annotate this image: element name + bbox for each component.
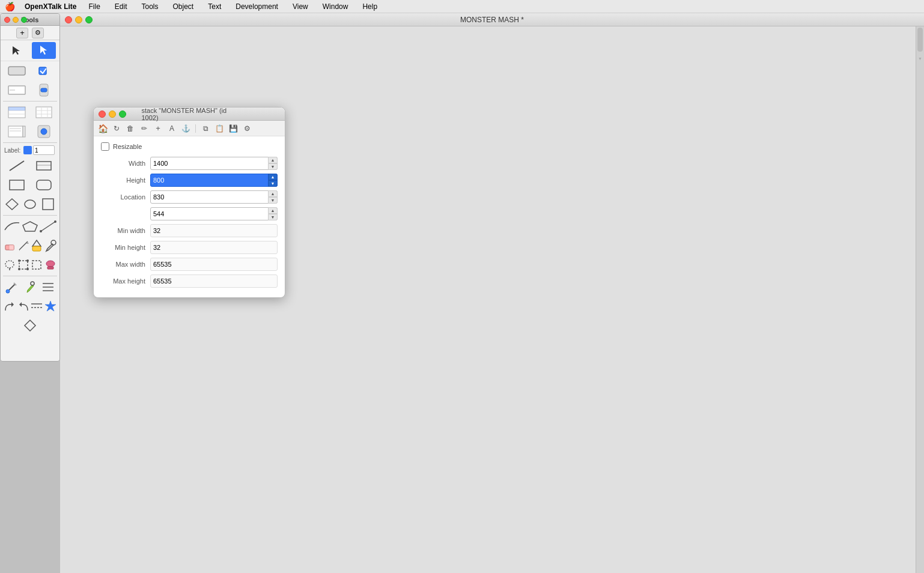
insp-copy-button[interactable]: ⧉ bbox=[199, 123, 212, 135]
minheight-label: Min height bbox=[101, 244, 150, 251]
diamond-bottom-tool[interactable] bbox=[18, 317, 42, 334]
listbox-tool[interactable] bbox=[5, 104, 29, 121]
height-down[interactable]: ▼ bbox=[268, 180, 278, 187]
tools-minimize[interactable] bbox=[13, 17, 19, 23]
location-up[interactable]: ▲ bbox=[268, 190, 278, 197]
rect-tool[interactable] bbox=[5, 177, 29, 193]
inspector-minimize[interactable] bbox=[109, 111, 116, 118]
apple-menu[interactable]: 🍎 bbox=[5, 2, 15, 11]
insp-textformat-button[interactable]: A bbox=[165, 123, 178, 135]
scrolltext-tool[interactable] bbox=[5, 123, 29, 140]
tools-close[interactable] bbox=[4, 17, 10, 23]
location-x-input[interactable] bbox=[150, 190, 278, 204]
tools-header: + ⚙ bbox=[1, 26, 59, 40]
insp-home-button[interactable]: 🏠 bbox=[96, 123, 109, 135]
menu-window[interactable]: Window bbox=[320, 1, 351, 12]
location-y-input[interactable] bbox=[150, 207, 278, 220]
insp-delete-button[interactable]: 🗑 bbox=[124, 123, 137, 135]
paintbrush-tool[interactable] bbox=[3, 279, 21, 296]
minheight-input[interactable] bbox=[150, 241, 278, 254]
transform-tool[interactable] bbox=[17, 256, 31, 273]
button-tool[interactable] bbox=[5, 62, 29, 79]
pencil-tool[interactable] bbox=[17, 237, 31, 254]
maxheight-input[interactable] bbox=[150, 274, 278, 288]
redo-tool[interactable] bbox=[3, 298, 17, 315]
insp-paste-button[interactable]: 📋 bbox=[213, 123, 226, 135]
line2-tool[interactable] bbox=[39, 218, 57, 235]
tools-maximize[interactable] bbox=[21, 17, 27, 23]
menu-text[interactable]: Text bbox=[205, 1, 223, 12]
location-y-up[interactable]: ▲ bbox=[268, 207, 278, 214]
minwidth-input[interactable] bbox=[150, 224, 278, 237]
label-input[interactable] bbox=[33, 145, 55, 155]
height-up[interactable]: ▲ bbox=[268, 174, 278, 180]
roundrect-tool[interactable] bbox=[32, 177, 56, 193]
canvas-title: MONSTER MASH * bbox=[460, 16, 524, 24]
table-tool[interactable] bbox=[32, 104, 56, 121]
eyedrop-tool[interactable] bbox=[44, 237, 58, 254]
location-y-stepper: ▲ ▼ bbox=[268, 207, 278, 220]
maxwidth-input[interactable] bbox=[150, 258, 278, 271]
multiline-tool[interactable] bbox=[32, 157, 56, 174]
scrollbar2-tool[interactable] bbox=[32, 123, 56, 140]
checkbox-tool[interactable] bbox=[32, 62, 56, 79]
width-up[interactable]: ▲ bbox=[268, 157, 278, 163]
scroll-text-area: ▼ bbox=[916, 26, 924, 573]
menu-tools[interactable]: Tools bbox=[139, 1, 161, 12]
undo-tool[interactable] bbox=[17, 298, 31, 315]
svg-marker-96 bbox=[19, 302, 22, 307]
location-down[interactable]: ▼ bbox=[268, 197, 278, 204]
canvas-maximize[interactable] bbox=[85, 16, 93, 23]
select-rect-tool[interactable] bbox=[30, 256, 44, 273]
insp-pen-button[interactable]: ✏ bbox=[138, 123, 151, 135]
canvas-close[interactable] bbox=[65, 16, 72, 23]
inspector-close[interactable] bbox=[99, 111, 106, 118]
bucket-tool[interactable] bbox=[30, 237, 44, 254]
menu-help[interactable]: Help bbox=[360, 1, 380, 12]
curve-tool[interactable] bbox=[3, 218, 21, 235]
width-down[interactable]: ▼ bbox=[268, 163, 278, 170]
insp-save-button[interactable]: 💾 bbox=[226, 123, 240, 135]
canvas-minimize[interactable] bbox=[75, 16, 82, 23]
location-y-down[interactable]: ▼ bbox=[268, 214, 278, 220]
menu-development[interactable]: Development bbox=[233, 1, 281, 12]
label-text-label: Label: bbox=[4, 147, 22, 154]
right-scrollbar[interactable]: ▼ bbox=[916, 26, 924, 573]
line-tool[interactable] bbox=[5, 157, 29, 174]
dash-lines-tool[interactable] bbox=[30, 298, 44, 315]
svg-point-84 bbox=[26, 259, 29, 262]
menu-edit[interactable]: Edit bbox=[112, 1, 130, 12]
oval-tool[interactable] bbox=[21, 196, 39, 213]
widget-tools-row-3 bbox=[1, 103, 59, 122]
diamond-tool[interactable] bbox=[3, 196, 21, 213]
eyedrop2-tool[interactable] bbox=[21, 279, 39, 296]
height-input[interactable] bbox=[150, 174, 278, 187]
insp-refresh-button[interactable]: ↻ bbox=[110, 123, 123, 135]
resizable-checkbox[interactable] bbox=[101, 142, 109, 151]
field-tool[interactable] bbox=[5, 82, 29, 99]
svg-rect-73 bbox=[9, 245, 14, 250]
menu-object[interactable]: Object bbox=[171, 1, 196, 12]
inspector-maximize[interactable] bbox=[119, 111, 126, 118]
tools-add-button[interactable]: + bbox=[16, 28, 28, 38]
scrollbar-tool[interactable] bbox=[32, 82, 56, 99]
lasso-tool[interactable] bbox=[3, 256, 17, 273]
star-tool[interactable] bbox=[44, 298, 58, 315]
polygon-tool[interactable] bbox=[21, 218, 39, 235]
eraser-tool[interactable] bbox=[3, 237, 17, 254]
rect2-tool[interactable] bbox=[39, 196, 57, 213]
lines-tool[interactable] bbox=[39, 279, 57, 296]
stamp-tool[interactable] bbox=[44, 256, 58, 273]
insp-anchor-button[interactable]: ⚓ bbox=[179, 123, 192, 135]
arrow-tool[interactable] bbox=[5, 42, 29, 59]
width-input[interactable] bbox=[150, 157, 278, 170]
insp-settings-button[interactable]: ⚙ bbox=[240, 123, 254, 135]
insp-add-button[interactable]: + bbox=[151, 123, 165, 135]
menu-file[interactable]: File bbox=[86, 1, 102, 12]
svg-marker-99 bbox=[45, 301, 56, 311]
label-color-swatch[interactable] bbox=[23, 146, 32, 154]
pointer-tool[interactable] bbox=[32, 42, 56, 59]
insp-separator bbox=[195, 124, 196, 133]
menu-view[interactable]: View bbox=[290, 1, 311, 12]
tools-settings-button[interactable]: ⚙ bbox=[32, 28, 44, 38]
